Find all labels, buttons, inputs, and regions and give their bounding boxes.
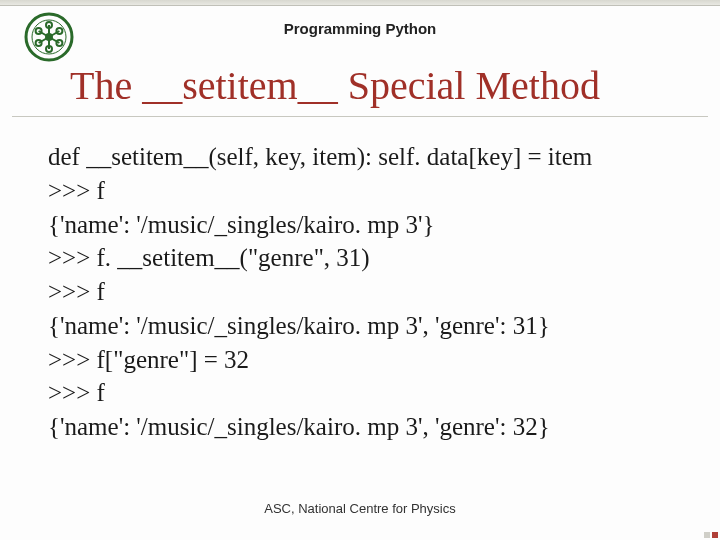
slide: Programming Python The __setitem__ Speci… — [0, 0, 720, 540]
code-line: >>> f — [48, 376, 680, 410]
code-line: >>> f — [48, 275, 680, 309]
code-line: {'name': '/music/_singles/kairo. mp 3', … — [48, 309, 680, 343]
corner-accent-icon — [698, 518, 720, 540]
title-underline — [12, 116, 708, 117]
code-block: def __setitem__(self, key, item): self. … — [48, 140, 680, 444]
code-line: >>> f["genre"] = 32 — [48, 343, 680, 377]
header: Programming Python — [0, 8, 720, 68]
code-line: def __setitem__(self, key, item): self. … — [48, 140, 680, 174]
code-line: >>> f. __setitem__("genre", 31) — [48, 241, 680, 275]
slide-title: The __setitem__ Special Method — [70, 62, 690, 109]
course-title: Programming Python — [0, 20, 720, 37]
footer-text: ASC, National Centre for Physics — [0, 501, 720, 516]
top-border-bar — [0, 0, 720, 6]
code-line: {'name': '/music/_singles/kairo. mp 3'} — [48, 208, 680, 242]
code-line: {'name': '/music/_singles/kairo. mp 3', … — [48, 410, 680, 444]
code-line: >>> f — [48, 174, 680, 208]
